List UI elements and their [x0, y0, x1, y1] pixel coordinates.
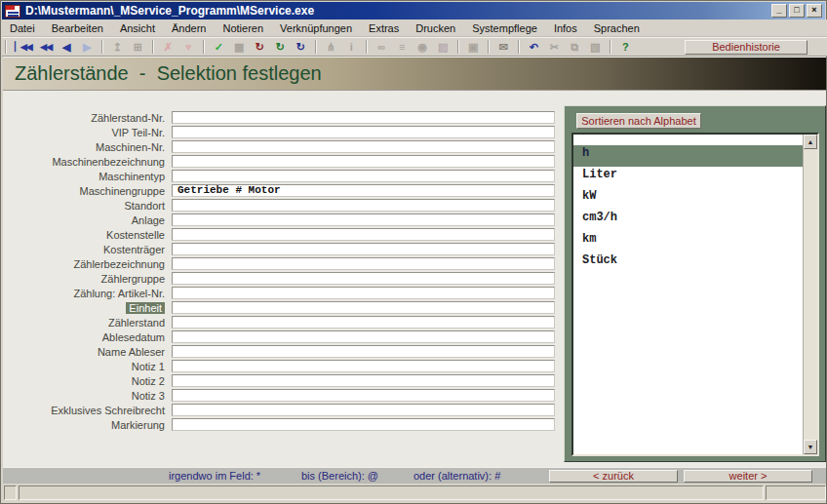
list-icon: ≡ [396, 39, 409, 55]
field-input-zählergruppe[interactable] [172, 272, 555, 285]
field-input-exklusives-schreibrecht[interactable] [172, 404, 555, 416]
close-button[interactable]: × [807, 4, 822, 18]
menu-item-sprachen[interactable]: Sprachen [594, 22, 640, 34]
field-input-kostenträger[interactable] [172, 243, 555, 255]
list-item-cm3-h[interactable]: cm3/h [573, 210, 803, 231]
field-input-name-ableser[interactable] [172, 345, 555, 358]
field-label-anlage: Anlage [3, 214, 165, 227]
binoculars-icon: ∞ [375, 39, 388, 55]
next-button[interactable]: weiter > [684, 470, 812, 483]
form-row-einheit: Einheit [3, 301, 564, 316]
page-header: Zählerstände - Selektion festlegen [3, 57, 826, 91]
field-label-zählung-artikel-nr: Zählung: Artikel-Nr. [3, 288, 165, 300]
field-input-einheit[interactable] [172, 301, 555, 314]
branch-icon: ⋔ [325, 39, 337, 55]
field-input-zählerbezeichnung[interactable] [172, 257, 555, 270]
cut-icon: ✂ [548, 39, 561, 55]
field-input-vip-teil-nr[interactable] [172, 126, 555, 138]
back-button[interactable]: < zurück [549, 470, 678, 483]
list-item-kw[interactable]: kW [573, 188, 803, 210]
form-row-vip-teil-nr: VIP Teil-Nr. [3, 126, 564, 140]
status-cell-left [4, 485, 17, 500]
confirm-icon[interactable]: ✓ [213, 39, 225, 55]
field-label-notiz-3: Notiz 3 [3, 390, 165, 403]
field-input-zählerstand[interactable] [172, 316, 555, 329]
list-item-h[interactable]: h [573, 145, 803, 167]
field-input-markierung[interactable] [172, 418, 555, 431]
highlighted-field-label: Einheit [126, 302, 165, 314]
menu-item-datei[interactable]: Datei [10, 22, 35, 34]
menu-item-systempflege[interactable]: Systempflege [472, 22, 537, 34]
undo-icon[interactable]: ↶ [528, 39, 540, 55]
help-icon[interactable]: ? [619, 39, 632, 55]
menu-item-verknüpfungen[interactable]: Verknüpfungen [280, 22, 352, 34]
scroll-down-icon[interactable]: ▼ [804, 440, 817, 454]
field-label-notiz-1: Notiz 1 [3, 361, 165, 373]
maximize-button[interactable]: □ [789, 4, 805, 18]
list-item-liter[interactable]: Liter [573, 167, 803, 188]
form-row-standort: Standort [3, 199, 564, 213]
menu-item-extras[interactable]: Extras [369, 22, 399, 34]
field-input-standort[interactable] [172, 199, 555, 212]
toolbar-separator [366, 40, 368, 54]
field-label-zählerstand-nr: Zählerstand-Nr. [3, 112, 165, 125]
status-cell-main [19, 485, 764, 500]
form-row-exklusives-schreibrecht: Exklusives Schreibrecht [3, 404, 564, 418]
field-input-zählerstand-nr[interactable] [172, 111, 555, 124]
refresh-green-icon[interactable]: ↻ [274, 39, 287, 55]
form-row-maschinentyp: Maschinentyp [3, 170, 564, 184]
sort-alphabet-button[interactable]: Sortieren nach Alphabet [576, 113, 701, 129]
refresh-red-icon[interactable]: ↻ [254, 39, 266, 55]
toolbar-separator [518, 40, 520, 54]
bedienhistorie-button[interactable]: Bedienhistorie [685, 40, 807, 55]
import-icon: ↥ [111, 39, 124, 55]
field-label-zählerbezeichnung: Zählerbezeichnung [3, 258, 165, 271]
field-label-zählerstand: Zählerstand [3, 317, 165, 330]
list-item-stück[interactable]: Stück [573, 252, 803, 274]
field-input-notiz-1[interactable] [172, 360, 555, 372]
field-input-kostenstelle[interactable] [172, 228, 555, 241]
field-input-anlage[interactable] [172, 213, 555, 226]
scroll-up-icon[interactable]: ▲ [804, 135, 817, 149]
listbox-scrollbar[interactable]: ▲ ▼ [803, 135, 817, 454]
form-row-notiz-3: Notiz 3 [3, 389, 564, 404]
menu-item-drucken[interactable]: Drucken [415, 22, 455, 34]
list-item-km[interactable]: km [573, 231, 803, 252]
field-input-maschinenbezeichnung[interactable] [172, 155, 555, 168]
field-input-maschinengruppe[interactable]: Getriebe # Motor [172, 184, 555, 197]
field-label-ablesedatum: Ablesedatum [3, 331, 165, 344]
field-label-maschinentyp: Maschinentyp [3, 171, 165, 183]
app-window: D:\Mustermann\_MService_Programm\MServic… [0, 0, 827, 504]
back-icon[interactable]: ◀ [60, 39, 73, 55]
mail-icon[interactable]: ✉ [497, 39, 510, 55]
field-input-ablesedatum[interactable] [172, 330, 555, 343]
forward-icon: ▶ [81, 39, 94, 55]
field-input-maschinen-nr[interactable] [172, 140, 555, 153]
menu-item-ändern[interactable]: Ändern [172, 22, 206, 34]
field-input-zählung-artikel-nr[interactable] [172, 287, 555, 299]
menu-item-infos[interactable]: Infos [554, 22, 577, 34]
toolbar-separator [152, 40, 154, 54]
page-title: Zählerstände - Selektion festlegen [3, 62, 322, 85]
eye-icon: ◉ [416, 39, 429, 55]
hint-bar: irgendwo im Feld: * bis (Bereich): @ ode… [3, 467, 826, 484]
menu-item-ansicht[interactable]: Ansicht [120, 22, 155, 34]
app-icon [5, 5, 20, 18]
first-record-icon[interactable]: ▏◀◀ [15, 39, 32, 55]
form-row-zählung-artikel-nr: Zählung: Artikel-Nr. [3, 287, 564, 301]
form-row-zählerstand: Zählerstand [3, 316, 564, 330]
field-label-einheit: Einheit [3, 302, 165, 315]
field-input-maschinentyp[interactable] [172, 170, 555, 182]
field-input-notiz-2[interactable] [172, 374, 555, 387]
field-input-notiz-3[interactable] [172, 389, 555, 402]
menu-item-notieren[interactable]: Notieren [222, 22, 263, 34]
info-icon: i [345, 39, 358, 55]
form-row-anlage: Anlage [3, 213, 564, 228]
form-row-maschinen-nr: Maschinen-Nr. [3, 140, 564, 155]
refresh-blue-icon[interactable]: ↻ [295, 39, 307, 55]
fast-back-icon[interactable]: ◀◀ [40, 39, 53, 55]
toolbar-separator [457, 40, 459, 54]
menu-item-bearbeiten[interactable]: Bearbeiten [52, 22, 103, 34]
unit-list-panel: Sortieren nach Alphabet hLiterkWcm3/hkmS… [564, 105, 826, 462]
minimize-button[interactable]: _ [771, 4, 787, 18]
